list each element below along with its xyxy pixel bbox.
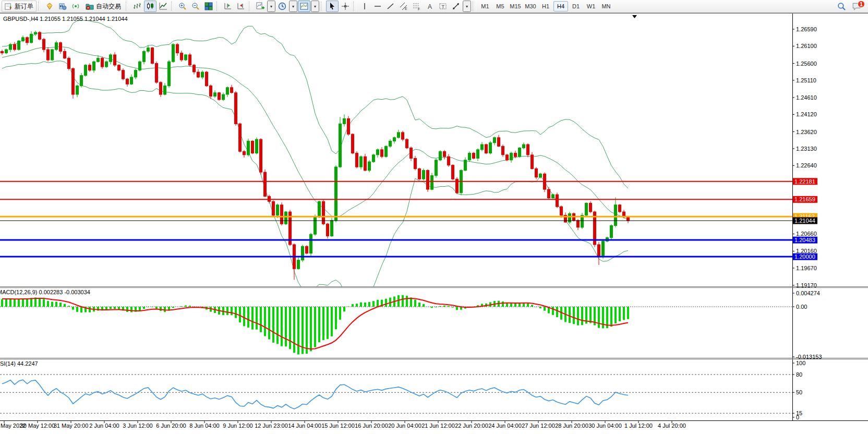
svg-text:-0.013153: -0.013153 <box>796 354 822 360</box>
chart-shift-icon <box>237 2 245 10</box>
crosshair-icon <box>341 2 349 10</box>
new-order-button[interactable]: 新订单 <box>2 1 37 12</box>
timeframe-h4-button[interactable]: H4 <box>553 1 568 11</box>
svg-text:80: 80 <box>796 371 802 378</box>
label-tool-button[interactable]: T <box>437 1 449 12</box>
arrows-dropdown[interactable]: ▾ <box>463 1 471 12</box>
svg-text:0: 0 <box>796 414 799 420</box>
main-toolbar: 新订单 自动交易 <box>0 0 868 13</box>
zoom-out-icon <box>191 2 200 10</box>
svg-text:28 Jun 20:00: 28 Jun 20:00 <box>555 423 588 429</box>
tile-windows-button[interactable] <box>202 1 215 12</box>
zoom-out-button[interactable] <box>189 1 202 12</box>
template-icon <box>300 2 308 10</box>
toolbar-grip <box>473 2 476 11</box>
templates-button[interactable] <box>298 1 310 12</box>
timeframe-m30-button[interactable]: M30 <box>523 1 538 11</box>
crosshair-tool-button[interactable] <box>339 1 352 12</box>
auto-scroll-icon <box>224 2 232 10</box>
svg-text:1.22181: 1.22181 <box>794 178 815 185</box>
text-tool-button[interactable]: A <box>424 1 436 12</box>
toolbar-grip <box>353 2 357 11</box>
trendline-tool-button[interactable] <box>384 1 397 12</box>
fibonacci-tool-button[interactable]: F <box>411 1 423 12</box>
svg-text:0.00: 0.00 <box>796 304 807 310</box>
toolbar-grip <box>38 2 42 11</box>
add-indicator-icon <box>256 2 264 10</box>
chart-shift-button[interactable] <box>235 1 247 12</box>
toolbar-grip <box>216 2 220 11</box>
hline-tool-button[interactable] <box>371 1 384 12</box>
svg-text:3 Jun 12:00: 3 Jun 12:00 <box>123 423 153 429</box>
line-chart-mode-button[interactable] <box>157 1 170 12</box>
svg-text:12 Jun 23:00: 12 Jun 23:00 <box>255 423 288 429</box>
svg-text:1.24610: 1.24610 <box>796 94 817 101</box>
autotrading-icon <box>86 2 94 10</box>
templates-dropdown[interactable]: ▾ <box>311 1 319 12</box>
svg-text:9 Jun 12:00: 9 Jun 12:00 <box>223 423 253 429</box>
chart-window[interactable]: GBPUSD-,H4 1.21055 1.21055 1.21044 1.210… <box>0 13 868 434</box>
quick-trade-button[interactable] <box>43 1 56 12</box>
svg-text:1.20483: 1.20483 <box>794 237 815 243</box>
new-order-icon <box>5 3 13 10</box>
notifications-button[interactable]: 1 <box>851 1 862 12</box>
periods-button[interactable] <box>276 1 288 12</box>
svg-text:100: 100 <box>796 360 805 366</box>
candlestick-mode-button[interactable] <box>144 1 156 12</box>
fibonacci-glyph: F <box>418 7 420 11</box>
indicators-dropdown[interactable]: ▾ <box>267 1 275 12</box>
svg-text:1.20660: 1.20660 <box>796 231 817 237</box>
periods-dropdown[interactable]: ▾ <box>289 1 297 12</box>
horizontal-line-icon <box>373 2 382 10</box>
equidistant-channel-icon: E <box>400 2 408 10</box>
svg-text:27 Jun 12:00: 27 Jun 12:00 <box>522 423 555 429</box>
svg-text:1.19670: 1.19670 <box>796 265 817 271</box>
svg-text:16 Jun 20:00: 16 Jun 20:00 <box>355 423 388 429</box>
autotrading-button[interactable]: 自动交易 <box>82 1 124 12</box>
new-order-label: 新订单 <box>15 2 33 11</box>
cursor-arrow-icon <box>328 2 336 10</box>
svg-text:1.26590: 1.26590 <box>796 26 817 32</box>
channel-glyph: E <box>405 7 407 10</box>
timeframe-m1-button[interactable]: M1 <box>478 1 492 11</box>
vertical-line-icon <box>360 2 369 10</box>
clock-icon <box>278 2 286 10</box>
signals-button[interactable] <box>69 1 82 12</box>
macd-label: MACD(12,26,9) 0.002283 -0.003034 <box>0 289 90 295</box>
channel-tool-button[interactable]: E <box>397 1 410 12</box>
text-label-icon: T <box>439 2 447 10</box>
arrows-tool-button[interactable] <box>450 1 462 12</box>
auto-scroll-button[interactable] <box>222 1 234 12</box>
svg-text:24 Jun 04:00: 24 Jun 04:00 <box>488 423 522 429</box>
svg-text:4 Jul 20:00: 4 Jul 20:00 <box>658 423 686 429</box>
timeframe-m5-button[interactable]: M5 <box>493 1 508 11</box>
svg-text:1.23130: 1.23130 <box>796 146 817 152</box>
search-button[interactable] <box>835 1 848 12</box>
ohlc-bars-icon <box>133 2 141 10</box>
svg-text:1.23620: 1.23620 <box>796 129 817 135</box>
svg-text:2 Jun 04:00: 2 Jun 04:00 <box>89 423 119 429</box>
svg-text:1.25110: 1.25110 <box>796 77 816 83</box>
svg-text:1.24120: 1.24120 <box>796 111 817 117</box>
chart-canvas[interactable]: 1.265901.261001.256001.251101.246101.241… <box>0 13 868 434</box>
indicators-button[interactable] <box>254 1 267 12</box>
vline-tool-button[interactable] <box>358 1 371 12</box>
timeframe-d1-button[interactable]: D1 <box>569 1 583 11</box>
timeframe-mn-button[interactable]: MN <box>599 1 613 11</box>
timeframe-m15-button[interactable]: M15 <box>508 1 523 11</box>
zoom-in-button[interactable] <box>176 1 189 12</box>
gold-diamond-icon <box>45 2 54 10</box>
signal-icon <box>71 2 80 10</box>
svg-text:20 Jun 04:00: 20 Jun 04:00 <box>388 423 421 429</box>
timeframe-w1-button[interactable]: W1 <box>584 1 598 11</box>
svg-text:1.21044: 1.21044 <box>794 218 815 224</box>
svg-text:0.004274: 0.004274 <box>796 290 820 296</box>
toolbar-grip <box>321 2 324 11</box>
zoom-in-icon <box>178 2 187 10</box>
rsi-label: RSI(14) 44.2247 <box>0 360 38 367</box>
timeframe-h1-button[interactable]: H1 <box>538 1 553 11</box>
cursor-tool-button[interactable] <box>326 1 339 12</box>
market-depth-button[interactable] <box>56 1 69 12</box>
line-chart-icon <box>159 2 167 10</box>
bar-chart-mode-button[interactable] <box>131 1 143 12</box>
